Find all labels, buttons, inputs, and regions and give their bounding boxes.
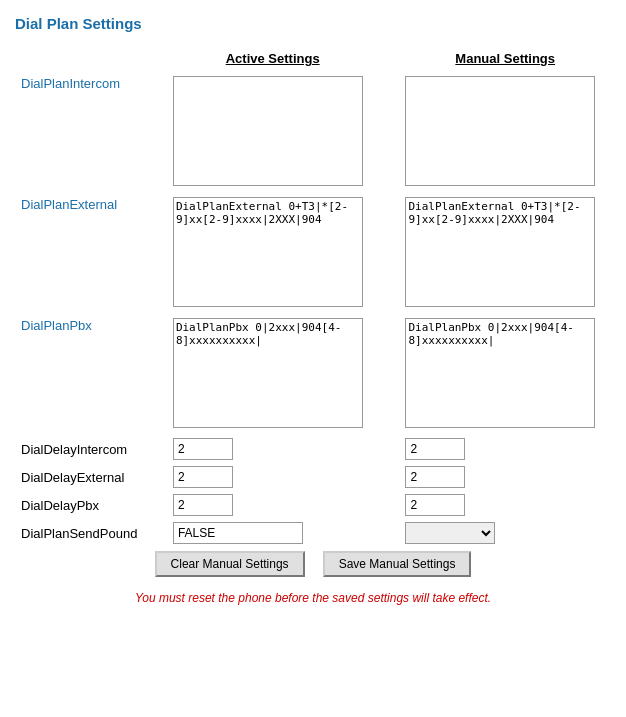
row-label-0: DialPlanIntercom bbox=[15, 72, 167, 193]
row-label-2: DialPlanPbx bbox=[15, 314, 167, 435]
delay-label-1: DialDelayExternal bbox=[15, 463, 167, 491]
manual-input-1[interactable] bbox=[405, 466, 465, 488]
manual-textarea-2[interactable] bbox=[405, 318, 595, 428]
delay-label-2: DialDelayPbx bbox=[15, 491, 167, 519]
clear-manual-button[interactable]: Clear Manual Settings bbox=[155, 551, 305, 577]
manual-input-0[interactable] bbox=[405, 438, 465, 460]
active-textarea-0[interactable] bbox=[173, 76, 363, 186]
row-label-1: DialPlanExternal bbox=[15, 193, 167, 314]
active-input-2[interactable] bbox=[173, 494, 233, 516]
active-textarea-2[interactable] bbox=[173, 318, 363, 428]
label-header bbox=[15, 47, 167, 72]
manual-settings-header: Manual Settings bbox=[399, 47, 611, 72]
manual-textarea-1[interactable] bbox=[405, 197, 595, 307]
active-input-1[interactable] bbox=[173, 466, 233, 488]
page-title: Dial Plan Settings bbox=[15, 15, 611, 32]
active-textarea-1[interactable] bbox=[173, 197, 363, 307]
manual-input-2[interactable] bbox=[405, 494, 465, 516]
active-input-3[interactable] bbox=[173, 522, 303, 544]
reset-message: You must reset the phone before the save… bbox=[21, 585, 605, 605]
manual-select-3[interactable]: TRUEFALSE bbox=[405, 522, 495, 544]
active-settings-header: Active Settings bbox=[167, 47, 379, 72]
active-input-0[interactable] bbox=[173, 438, 233, 460]
delay-label-3: DialPlanSendPound bbox=[15, 519, 167, 547]
manual-textarea-0[interactable] bbox=[405, 76, 595, 186]
save-manual-button[interactable]: Save Manual Settings bbox=[323, 551, 472, 577]
delay-label-0: DialDelayIntercom bbox=[15, 435, 167, 463]
